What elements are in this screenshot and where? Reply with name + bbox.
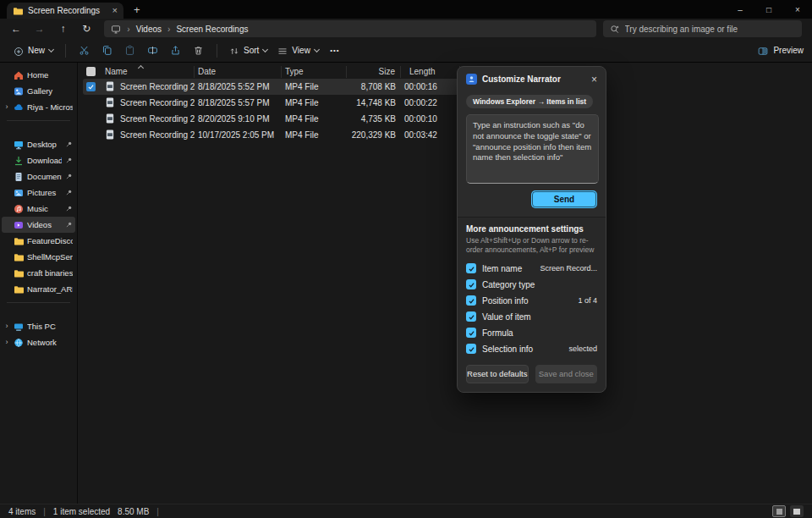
search-box[interactable]: [603, 20, 802, 37]
sidebar-item-pictures[interactable]: Pictures: [2, 185, 75, 201]
sidebar-item-onedrive[interactable]: › Riya - Microsoft: [2, 99, 75, 115]
column-header-date[interactable]: Date: [195, 66, 282, 78]
file-type: MP4 File: [282, 79, 347, 95]
pin-icon: [65, 205, 73, 212]
sidebar-item-featurediscoverabil[interactable]: FeatureDiscoverabil: [2, 233, 75, 249]
sort-button-label: Sort: [244, 46, 259, 55]
selection-count: 1 item selected: [53, 507, 110, 516]
downloads-icon: [14, 156, 24, 166]
tab-bar: Screen Recordings × + – □ ×: [0, 0, 812, 19]
see-more-button[interactable]: •••: [324, 47, 346, 54]
column-header-type[interactable]: Type: [282, 66, 347, 78]
new-tab-button[interactable]: +: [134, 4, 140, 15]
refresh-button[interactable]: ↻: [80, 23, 92, 35]
save-and-close-button[interactable]: Save and close: [535, 365, 598, 383]
file-date: 8/18/2025 5:57 PM: [195, 95, 282, 111]
folder-icon: [14, 236, 24, 246]
minimize-button[interactable]: –: [726, 0, 754, 19]
sort-button[interactable]: Sort: [224, 46, 272, 56]
pin-icon: [65, 173, 73, 180]
back-button[interactable]: ←: [10, 23, 22, 35]
copy-button[interactable]: [96, 41, 118, 60]
sidebar-item-videos[interactable]: Videos: [2, 217, 75, 233]
checkbox-checked[interactable]: [466, 279, 476, 289]
settings-title: More announcement settings: [466, 224, 597, 234]
pin-icon: [65, 221, 73, 229]
chevron-right-icon[interactable]: ›: [3, 339, 10, 346]
paste-button[interactable]: [118, 41, 141, 60]
dialog-close-icon[interactable]: ×: [591, 74, 597, 85]
option-position-info[interactable]: Position info 1 of 4: [466, 293, 597, 309]
breadcrumb-item-videos[interactable]: Videos: [136, 25, 162, 34]
column-header-name[interactable]: Name: [102, 66, 195, 78]
sidebar-item-craft-binaries[interactable]: craft binaries: [2, 265, 75, 281]
select-all-checkbox[interactable]: [83, 66, 102, 78]
option-item-name[interactable]: Item name Screen Record...: [466, 261, 597, 277]
sidebar-item-downloads[interactable]: Downloads: [2, 152, 75, 168]
explorer-tab[interactable]: Screen Recordings ×: [7, 3, 123, 19]
share-button[interactable]: [164, 41, 187, 60]
onedrive-cloud-icon: [14, 102, 24, 113]
this-pc-icon: [14, 322, 24, 332]
sidebar-item-desktop[interactable]: Desktop: [2, 136, 75, 152]
sidebar-item-this-pc[interactable]: › This PC: [2, 318, 75, 334]
chevron-right-icon[interactable]: ›: [3, 103, 10, 111]
reset-to-defaults-button[interactable]: Reset to defaults: [466, 365, 529, 383]
checkbox-checked[interactable]: [466, 311, 476, 322]
sidebar-item-narrator-arm[interactable]: Narrator_ARM_281: [2, 281, 75, 297]
sidebar-item-network[interactable]: › Network: [2, 334, 75, 350]
breadcrumb[interactable]: › Videos › Screen Recordings: [104, 20, 595, 37]
table-row[interactable]: Screen Recording 20... 8/18/2025 5:52 PM…: [83, 79, 460, 95]
maximize-button[interactable]: □: [754, 0, 783, 19]
preview-pane-icon: [758, 46, 768, 56]
file-date: 8/18/2025 5:52 PM: [195, 79, 282, 95]
column-header-length[interactable]: Length: [401, 66, 460, 78]
sidebar-item-shellmcpservers[interactable]: ShellMcpServers: [2, 249, 75, 265]
option-selection-info[interactable]: Selection info selected: [466, 341, 597, 357]
table-row[interactable]: Screen Recording 20... 10/17/2025 2:05 P…: [83, 127, 460, 143]
option-category-type[interactable]: Category type: [466, 277, 597, 293]
checkbox-checked[interactable]: [466, 328, 476, 338]
option-value-of-item[interactable]: Value of item: [466, 309, 597, 325]
sidebar-divider: [7, 302, 70, 303]
row-checkbox-checked[interactable]: [86, 82, 96, 91]
breadcrumb-item-screen-recordings[interactable]: Screen Recordings: [176, 25, 248, 34]
navigation-bar: ← → ↑ ↻ › Videos › Screen Recordings: [0, 19, 812, 39]
checkbox-checked[interactable]: [466, 295, 476, 306]
file-size: 14,748 KB: [347, 95, 401, 111]
forward-button[interactable]: →: [34, 23, 46, 35]
sidebar: Home Gallery › Riya - Microsoft Desktop: [0, 63, 78, 504]
file-list-header: Name Date Type Size Length: [83, 64, 812, 79]
file-name: Screen Recording 20...: [120, 98, 195, 107]
up-button[interactable]: ↑: [58, 23, 69, 35]
column-header-size[interactable]: Size: [347, 66, 401, 78]
view-lines-icon: [277, 46, 288, 56]
view-button[interactable]: View: [272, 46, 324, 56]
rename-button[interactable]: [141, 41, 164, 60]
sidebar-item-documents[interactable]: Documents: [2, 168, 75, 185]
this-pc-icon: [111, 24, 121, 34]
announcement-settings-section: More announcement settings Use Alt+Shift…: [458, 217, 606, 392]
send-button[interactable]: Send: [531, 190, 597, 208]
new-button[interactable]: New: [8, 46, 58, 56]
cut-button[interactable]: [73, 41, 96, 60]
delete-button[interactable]: [187, 41, 210, 60]
mp4-file-icon: [105, 81, 116, 92]
preview-toggle[interactable]: Preview: [758, 46, 804, 56]
table-row[interactable]: Screen Recording 20... 8/20/2025 9:10 PM…: [83, 111, 460, 127]
instruction-textarea[interactable]: [466, 114, 599, 184]
tab-close-icon[interactable]: ×: [112, 6, 118, 15]
table-row[interactable]: Screen Recording 20... 8/18/2025 5:57 PM…: [83, 95, 460, 111]
sidebar-item-gallery[interactable]: Gallery: [2, 83, 75, 99]
option-formula[interactable]: Formula: [466, 325, 597, 341]
chevron-right-icon[interactable]: ›: [3, 322, 10, 330]
sidebar-item-home[interactable]: Home: [2, 67, 75, 83]
search-input[interactable]: [625, 25, 795, 34]
close-button[interactable]: ×: [783, 0, 812, 19]
home-icon: [14, 70, 24, 80]
sidebar-item-music[interactable]: Music: [2, 201, 75, 217]
large-icons-view-button[interactable]: [790, 505, 804, 517]
checkbox-checked[interactable]: [466, 344, 476, 354]
checkbox-checked[interactable]: [466, 263, 476, 273]
details-view-button[interactable]: [772, 505, 786, 517]
